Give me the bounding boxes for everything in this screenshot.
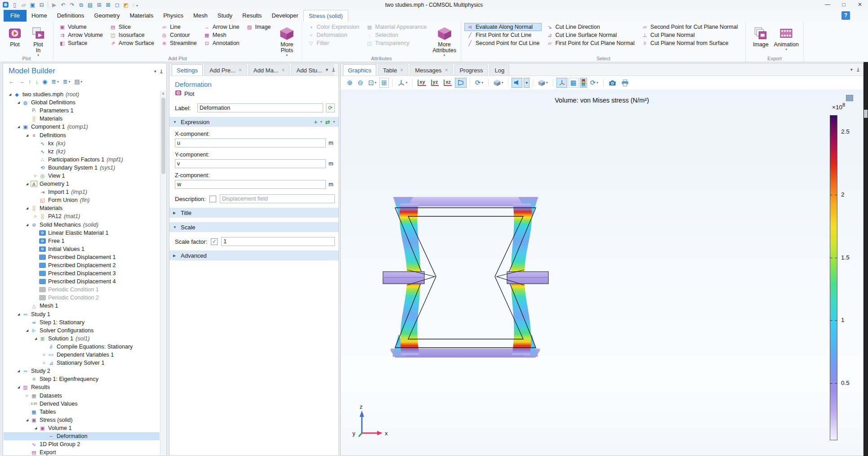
ribbon-surface[interactable]: ◧Surface [57, 39, 105, 47]
expanded-arrow-icon[interactable]: ◢ [24, 329, 30, 332]
graphics-tab-graphics[interactable]: Graphics [343, 64, 376, 76]
close-icon[interactable]: × [400, 68, 403, 72]
expand-all-icon[interactable]: ≣▾ [51, 78, 58, 85]
model-tree-node-text-icon[interactable]: ▤▾ [74, 78, 82, 85]
ribbon-more-attributes[interactable]: MoreAttributes▾ [432, 23, 456, 57]
ribbon-evaluate-along-normal[interactable]: ⊲Evaluate Along Normal [464, 23, 542, 31]
delete-icon[interactable]: ⊠ [104, 1, 112, 9]
scroll-up-icon[interactable]: ▲ [160, 90, 166, 97]
expanded-arrow-icon[interactable]: ◢ [24, 206, 30, 210]
tree-item-form-union-fin[interactable]: ◱Form Union(fin) [4, 196, 160, 204]
redo-icon[interactable]: ↷ [68, 1, 76, 9]
view-xy-button[interactable]: xy [416, 78, 427, 88]
pin-icon[interactable]: T [332, 67, 335, 72]
ribbon-tab-file[interactable]: File [4, 10, 27, 22]
ribbon-line[interactable]: ▱Line [159, 23, 199, 31]
tree-item-dependent-variables-1[interactable]: ▷u,vDependent Variables 1 [4, 351, 160, 359]
ribbon-second-point-for-cut-plane-normal[interactable]: ▱Second Point for Cut Plane Normal [639, 23, 740, 31]
ribbon-tab-study[interactable]: Study [213, 10, 237, 22]
graphics-tab-messages[interactable]: Messages× [410, 64, 453, 76]
highlight-icon[interactable]: ◩ [122, 1, 130, 9]
tree-item-boundary-system-1-sys1[interactable]: ⟲Boundary System 1(sys1) [4, 164, 160, 172]
ribbon-tab-developer[interactable]: Developer [267, 10, 303, 22]
description-input[interactable] [220, 194, 335, 203]
app-logo-icon[interactable] [2, 1, 9, 9]
ribbon-volume[interactable]: ▣Volume [57, 23, 105, 31]
tree-item-periodic-condition-2[interactable]: Periodic Condition 2 [4, 294, 160, 302]
expanded-arrow-icon[interactable]: ◢ [16, 313, 22, 316]
tree-item-deformation[interactable]: ∽Deformation [4, 432, 160, 440]
go-to-view-button[interactable]: ▾ [396, 78, 410, 88]
perspective-toggle-button[interactable] [455, 78, 467, 88]
view-yz-button[interactable]: yz [429, 78, 441, 88]
duplicate-icon[interactable]: ⊞ [95, 1, 103, 9]
new-file-icon[interactable]: ▯ [11, 1, 18, 9]
ribbon-annotation[interactable]: ⊡Annotation [201, 39, 242, 47]
tree-item-materials[interactable]: ◢⣿Materials [4, 204, 160, 212]
ribbon-mesh[interactable]: ▦Mesh [201, 31, 242, 39]
tree-item-solid-mechanics-solid[interactable]: ◢⊛Solid Mechanics(solid) [4, 221, 160, 229]
transparency-settings-button[interactable]: ▾ [536, 78, 550, 88]
replace-expression-dropdown-icon[interactable]: ▾ [333, 120, 335, 124]
print-button[interactable] [619, 78, 631, 88]
tree-item-kx-kx[interactable]: ∿kx(kx) [4, 139, 160, 148]
tree-item-prescribed-displacement-2[interactable]: Prescribed Displacement 2 [4, 261, 160, 269]
graphics-tab-table[interactable]: Table× [378, 64, 408, 76]
tree-item-mesh-1[interactable]: △Mesh 1 [4, 302, 160, 310]
tree-item-study-1[interactable]: ◢∾Study 1 [4, 310, 160, 318]
sound-feedback-button[interactable] [512, 78, 522, 88]
y-component-input[interactable] [175, 159, 326, 168]
environment-settings-button[interactable]: ▾ [492, 78, 505, 88]
collapsed-arrow-icon[interactable]: ▷ [41, 353, 47, 357]
ribbon-image[interactable]: Image [750, 23, 771, 48]
ribbon-animation[interactable]: Animation▾ [774, 23, 799, 51]
ribbon-isosurface[interactable]: ◫Isosurface [107, 31, 156, 39]
save-as-icon[interactable]: ⊟ [38, 1, 45, 9]
pin-icon[interactable]: T [857, 67, 859, 72]
tree-item-geometry-1[interactable]: ◢AGeometry 1 [4, 180, 160, 188]
expanded-arrow-icon[interactable]: ◢ [16, 385, 22, 389]
replace-expression-icon[interactable]: ⇄ [325, 119, 330, 125]
tree-item-linear-elastic-material-1[interactable]: DLinear Elastic Material 1 [4, 229, 160, 237]
description-checkbox[interactable] [209, 196, 216, 202]
tree-item-global-definitions[interactable]: ◢◍Global Definitions [4, 98, 160, 107]
close-icon[interactable]: × [281, 68, 285, 72]
advanced-section-header[interactable]: ▶ Advanced [169, 250, 338, 260]
tree-item-materials[interactable]: ⣿Materials [4, 115, 160, 123]
scrollbar-thumb[interactable] [161, 98, 165, 174]
add-expression-icon[interactable]: + [314, 119, 317, 125]
scale-factor-checkbox[interactable]: ✓ [211, 238, 218, 245]
expanded-arrow-icon[interactable]: ◢ [16, 101, 22, 104]
ribbon-more-plots[interactable]: MorePlots▾ [276, 23, 297, 57]
ribbon-plot[interactable]: Plot [4, 23, 25, 48]
tree-item-import-1-imp1[interactable]: ⇥Import 1(imp1) [4, 188, 160, 196]
help-button[interactable]: ? [841, 11, 850, 20]
open-file-icon[interactable]: ▱ [20, 1, 27, 9]
tab-overflow-icon[interactable]: ▾ [326, 67, 328, 72]
ribbon-contour[interactable]: ◎Contour [159, 31, 199, 39]
ribbon-cut-plane-normal-from-surface[interactable]: ◊Cut Plane Normal from Surface [639, 39, 740, 47]
tree-item-results[interactable]: ◢▥Results [4, 383, 160, 391]
back-icon[interactable]: ← [9, 78, 14, 85]
tree-item-tables[interactable]: ▦Tables [4, 408, 160, 416]
color-legend-toggle-button[interactable] [580, 78, 587, 88]
ribbon-arrow-surface[interactable]: ⇗Arrow Surface [107, 39, 156, 47]
ribbon-cut-line-direction[interactable]: ↘Cut Line Direction [544, 23, 637, 31]
ribbon-cut-plane-normal[interactable]: ⊥Cut Plane Normal [639, 31, 740, 39]
zoom-out-button[interactable]: ⊖ [356, 78, 365, 88]
tree-item-two-studies-mph-root[interactable]: ◢◆two studies.mph(root) [4, 90, 160, 98]
tree-item-datasets[interactable]: ▷▦Datasets [4, 391, 160, 399]
select-box-icon[interactable]: ◻ [113, 1, 121, 9]
zoom-box-button[interactable]: ⊡▾ [366, 78, 378, 88]
grid-toggle-button[interactable]: ▦ [569, 78, 579, 88]
tree-item-definitions[interactable]: ◢≡Definitions [4, 131, 160, 139]
expanded-arrow-icon[interactable]: ◢ [24, 182, 30, 186]
ribbon-tab-physics[interactable]: Physics [158, 10, 188, 22]
ribbon-plot-in[interactable]: PlotIn▾ [28, 23, 49, 57]
close-icon[interactable]: × [239, 68, 242, 72]
tab-overflow-icon[interactable]: ▾ [850, 67, 853, 72]
expanded-arrow-icon[interactable]: ◢ [16, 125, 22, 129]
ribbon-arrow-volume[interactable]: ⇉Arrow Volume [57, 31, 105, 39]
view-xz-button[interactable]: xz [442, 78, 454, 88]
ribbon-cut-line-surface-normal[interactable]: ⊿Cut Line Surface Normal [544, 31, 637, 39]
